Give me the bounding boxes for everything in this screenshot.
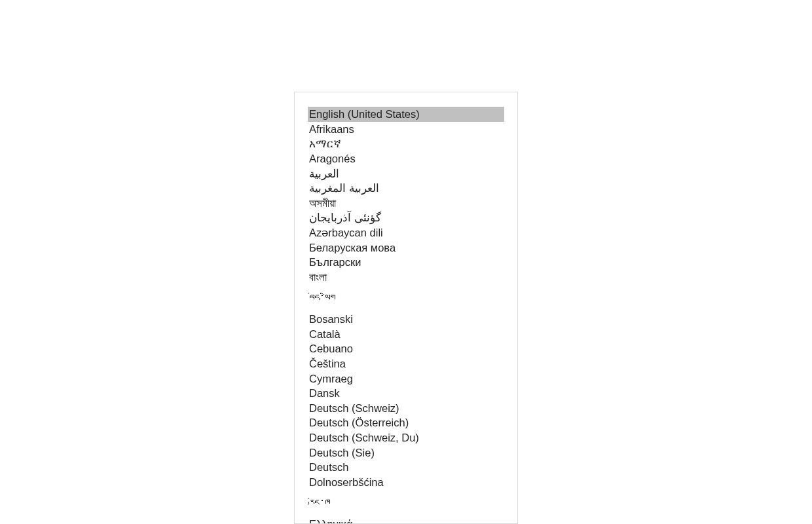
language-option[interactable]: Cebuano bbox=[308, 341, 504, 356]
language-option[interactable]: অসমীয়া bbox=[308, 196, 504, 211]
language-option[interactable]: Čeština bbox=[308, 356, 504, 371]
language-option[interactable]: Deutsch (Österreich) bbox=[308, 415, 504, 430]
language-option[interactable]: Deutsch bbox=[308, 460, 504, 475]
language-option[interactable]: Dolnoserbšćina bbox=[308, 475, 504, 490]
language-option[interactable]: Deutsch (Sie) bbox=[308, 445, 504, 460]
language-option[interactable]: Bosanski bbox=[308, 312, 504, 327]
language-option[interactable]: English (United States) bbox=[308, 107, 504, 122]
language-option[interactable]: العربية المغربية bbox=[308, 181, 504, 196]
language-option[interactable]: རྫོང་ཁ bbox=[308, 490, 504, 517]
language-option[interactable]: አማርኛ bbox=[308, 136, 504, 151]
language-option[interactable]: Català bbox=[308, 327, 504, 342]
language-option[interactable]: བོད་ཡིག bbox=[308, 285, 504, 312]
language-listbox[interactable]: English (United States) Afrikaans አማርኛ A… bbox=[308, 107, 504, 523]
language-option[interactable]: Afrikaans bbox=[308, 122, 504, 137]
language-option[interactable]: العربية bbox=[308, 166, 504, 181]
language-option[interactable]: Български bbox=[308, 255, 504, 270]
language-option[interactable]: گؤنئی آذربایجان bbox=[308, 210, 504, 225]
language-option[interactable]: Ελληνικά bbox=[308, 517, 504, 523]
language-option[interactable]: Deutsch (Schweiz, Du) bbox=[308, 430, 504, 445]
language-option[interactable]: Беларуская мова bbox=[308, 240, 504, 255]
language-option[interactable]: Azərbaycan dili bbox=[308, 225, 504, 240]
language-selector-panel: English (United States) Afrikaans አማርኛ A… bbox=[294, 92, 518, 524]
language-option[interactable]: বাংলা bbox=[308, 270, 504, 285]
language-option[interactable]: Cymraeg bbox=[308, 371, 504, 386]
language-option[interactable]: Dansk bbox=[308, 386, 504, 401]
language-option[interactable]: Deutsch (Schweiz) bbox=[308, 401, 504, 416]
language-option[interactable]: Aragonés bbox=[308, 151, 504, 166]
